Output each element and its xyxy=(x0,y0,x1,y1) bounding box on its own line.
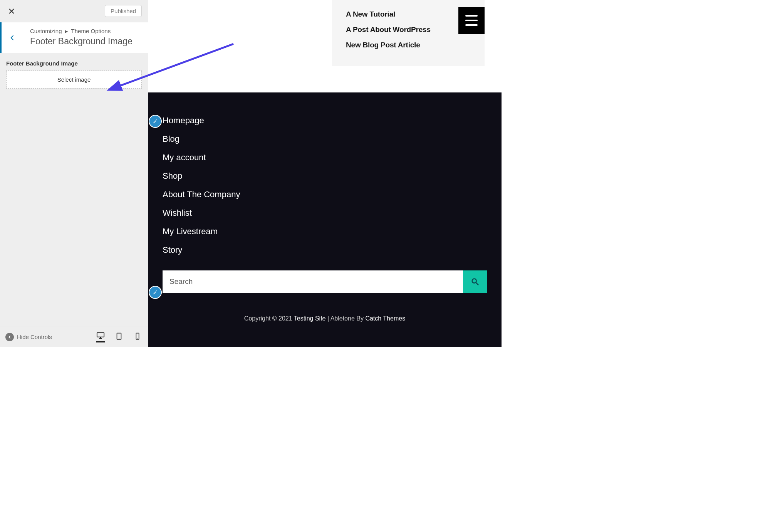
control-label: Footer Background Image xyxy=(6,60,142,67)
preview-frame: A New Tutorial A Post About WordPress Ne… xyxy=(148,0,502,347)
mobile-icon xyxy=(133,332,142,341)
footer-nav-link[interactable]: Shop xyxy=(163,171,182,181)
footer-nav-item: Story xyxy=(163,245,487,255)
footer-nav-link[interactable]: Story xyxy=(163,245,182,255)
hamburger-bar-icon xyxy=(465,24,478,26)
section-title: Footer Background Image xyxy=(30,36,133,47)
hamburger-bar-icon xyxy=(465,15,478,17)
footer-nav-link[interactable]: My Livestream xyxy=(163,227,218,236)
recent-post-link[interactable]: A New Tutorial xyxy=(346,10,477,18)
desktop-icon xyxy=(96,331,105,340)
controls-area: Footer Background Image Select image xyxy=(0,53,148,96)
copyright-prefix: Copyright © 2021 xyxy=(244,315,294,322)
chevron-left-icon xyxy=(9,35,15,41)
customizer-sidebar: Published Customizing ▸ Theme Options Fo… xyxy=(0,0,148,347)
search-icon xyxy=(471,277,479,286)
footer-nav-link[interactable]: My account xyxy=(163,153,206,162)
footer-nav-item: Wishlist xyxy=(163,208,487,218)
hamburger-menu-button[interactable] xyxy=(458,7,485,34)
tablet-icon xyxy=(115,332,123,341)
footer-nav-item: My account xyxy=(163,153,487,163)
breadcrumb-root: Customizing xyxy=(30,28,62,34)
svg-rect-0 xyxy=(97,333,104,337)
edit-shortcut-search[interactable] xyxy=(149,286,162,299)
device-mobile-button[interactable] xyxy=(133,331,142,342)
search-input[interactable] xyxy=(163,270,463,293)
recent-post-link[interactable]: New Blog Post Article xyxy=(346,41,477,49)
customizer-top-bar: Published xyxy=(0,0,148,22)
close-customizer-button[interactable] xyxy=(0,0,23,22)
breadcrumb-parent: Theme Options xyxy=(71,28,111,34)
footer-search xyxy=(163,270,487,293)
publish-button[interactable]: Published xyxy=(105,5,142,17)
svg-point-4 xyxy=(137,338,138,339)
footer-nav-item: Shop xyxy=(163,171,487,181)
copyright-site-link[interactable]: Testing Site xyxy=(294,315,326,322)
footer-nav-link[interactable]: Homepage xyxy=(163,116,204,125)
collapse-left-icon xyxy=(5,333,14,341)
recent-post-link[interactable]: A Post About WordPress xyxy=(346,25,477,34)
hide-controls-button[interactable]: Hide Controls xyxy=(5,333,52,341)
close-icon xyxy=(8,8,15,15)
select-image-button[interactable]: Select image xyxy=(6,70,142,89)
footer-nav-item: Blog xyxy=(163,134,487,144)
edit-shortcut-nav[interactable] xyxy=(149,115,162,128)
footer-nav-item: Homepage xyxy=(163,116,487,126)
copyright-middle: | Abletone By xyxy=(325,315,365,322)
footer-nav-link[interactable]: Blog xyxy=(163,134,179,144)
footer-nav-link[interactable]: Wishlist xyxy=(163,208,192,218)
back-button[interactable] xyxy=(2,22,23,53)
footer-nav-item: About The Company xyxy=(163,190,487,200)
hamburger-bar-icon xyxy=(465,20,478,21)
footer-nav-link[interactable]: About The Company xyxy=(163,190,240,199)
copyright-theme-link[interactable]: Catch Themes xyxy=(365,315,405,322)
pencil-icon xyxy=(153,119,158,124)
device-desktop-button[interactable] xyxy=(96,331,105,342)
device-switcher xyxy=(96,331,143,342)
customizer-bottom-bar: Hide Controls xyxy=(0,327,148,347)
hide-controls-label: Hide Controls xyxy=(17,334,52,340)
pencil-icon xyxy=(153,290,158,295)
svg-point-2 xyxy=(119,338,119,339)
footer-nav-item: My Livestream xyxy=(163,227,487,237)
breadcrumb: Customizing ▸ Theme Options xyxy=(30,28,133,35)
copyright: Copyright © 2021 Testing Site | Abletone… xyxy=(148,308,502,330)
breadcrumb-separator-icon: ▸ xyxy=(65,28,68,34)
search-submit-button[interactable] xyxy=(463,270,487,293)
section-header: Customizing ▸ Theme Options Footer Backg… xyxy=(0,22,148,53)
device-tablet-button[interactable] xyxy=(115,331,123,342)
site-footer: Homepage Blog My account Shop About The … xyxy=(148,92,502,347)
footer-nav: Homepage Blog My account Shop About The … xyxy=(163,116,487,255)
